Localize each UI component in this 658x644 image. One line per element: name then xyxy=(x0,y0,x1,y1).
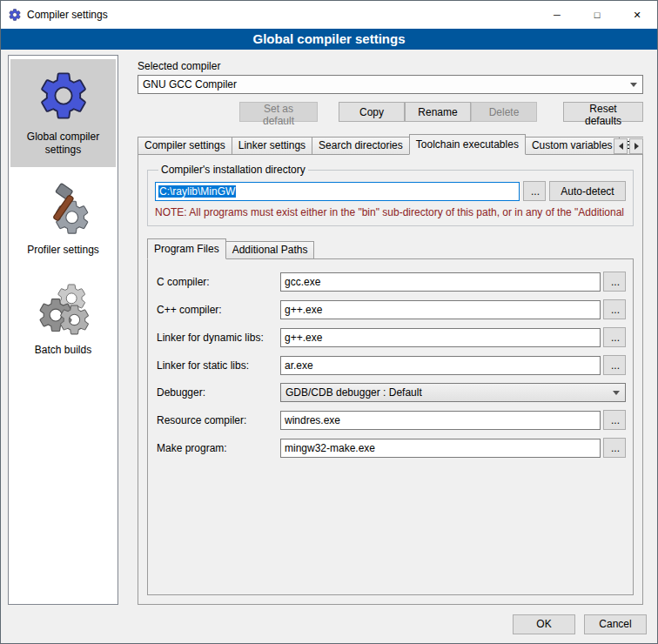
linker-static-browse-button[interactable]: ... xyxy=(603,355,626,375)
field-row-linker-static: Linker for static libs: ... xyxy=(157,355,626,375)
delete-button: Delete xyxy=(471,102,537,122)
batch-gears-icon xyxy=(36,281,91,337)
window-controls: ─ □ ✕ xyxy=(537,1,657,29)
dialog-header-title: Global compiler settings xyxy=(1,29,657,50)
sidebar-item-label: Batch builds xyxy=(35,344,91,357)
dialog-footer: OK Cancel xyxy=(1,605,657,643)
sidebar-item-profiler-settings[interactable]: Profiler settings xyxy=(10,172,116,267)
resource-compiler-browse-button[interactable]: ... xyxy=(603,410,626,430)
field-label: Debugger: xyxy=(157,386,280,399)
cancel-button[interactable]: Cancel xyxy=(584,614,647,634)
auto-detect-button[interactable]: Auto-detect xyxy=(549,181,626,201)
field-row-debugger: Debugger: GDB/CDB debugger : Default xyxy=(157,383,626,402)
program-files-page: C compiler: ... C++ compiler: ... xyxy=(147,258,634,595)
field-row-c-compiler: C compiler: ... xyxy=(157,272,626,292)
field-label: Linker for dynamic libs: xyxy=(157,332,280,344)
selected-compiler-dropdown[interactable]: GNU GCC Compiler xyxy=(138,75,643,94)
linker-static-input[interactable] xyxy=(280,356,601,375)
field-label: C++ compiler: xyxy=(157,304,280,316)
main-panel: Selected compiler GNU GCC Compiler Set a… xyxy=(127,55,650,605)
field-row-cpp-compiler: C++ compiler: ... xyxy=(157,299,626,319)
installation-directory-row: C:\raylib\MinGW ... Auto-detect xyxy=(155,181,626,201)
field-row-resource-compiler: Resource compiler: ... xyxy=(157,410,626,430)
minimize-button[interactable]: ─ xyxy=(537,1,577,29)
program-files-tabstrip: Program Files Additional Paths xyxy=(147,238,634,259)
settings-tabstrip: Compiler settings Linker settings Search… xyxy=(138,134,643,155)
chevron-down-icon xyxy=(629,83,638,87)
debugger-dropdown[interactable]: GDB/CDB debugger : Default xyxy=(280,383,626,402)
blue-gear-icon xyxy=(36,68,91,124)
installation-directory-group: Compiler's installation directory C:\ray… xyxy=(147,164,634,226)
linker-dynamic-input[interactable] xyxy=(280,328,601,347)
installation-note: NOTE: All programs must exist either in … xyxy=(155,206,626,218)
c-compiler-input[interactable] xyxy=(280,272,601,292)
cpp-compiler-browse-button[interactable]: ... xyxy=(603,299,626,319)
chevron-down-icon xyxy=(612,391,621,395)
compiler-buttons-row: Set as default Copy Rename Delete Reset … xyxy=(138,102,643,122)
tab-search-directories[interactable]: Search directories xyxy=(312,137,410,155)
reset-defaults-button[interactable]: Reset defaults xyxy=(563,102,643,122)
tab-toolchain-executables[interactable]: Toolchain executables xyxy=(409,134,526,155)
maximize-button[interactable]: □ xyxy=(577,1,617,29)
cpp-compiler-input[interactable] xyxy=(280,300,601,319)
dialog-body: Global compiler settings Profiler settin… xyxy=(1,50,657,605)
field-row-make-program: Make program: ... xyxy=(157,438,626,458)
tab-program-files[interactable]: Program Files xyxy=(147,238,226,259)
toolchain-executables-page: Compiler's installation directory C:\ray… xyxy=(138,154,643,605)
window-title: Compiler settings xyxy=(27,9,108,21)
compiler-settings-window: Compiler settings ─ □ ✕ Global compiler … xyxy=(0,0,658,644)
sidebar-item-batch-builds[interactable]: Batch builds xyxy=(10,272,116,367)
arrow-right-icon[interactable] xyxy=(629,138,643,154)
c-compiler-browse-button[interactable]: ... xyxy=(603,272,626,292)
selected-compiler-label: Selected compiler xyxy=(138,60,643,72)
tab-custom-variables[interactable]: Custom variables xyxy=(525,137,620,155)
field-label: Make program: xyxy=(157,442,280,454)
sidebar: Global compiler settings Profiler settin… xyxy=(8,55,118,605)
field-label: C compiler: xyxy=(157,276,280,288)
installation-directory-input[interactable]: C:\raylib\MinGW xyxy=(155,182,520,201)
sidebar-item-global-compiler-settings[interactable]: Global compiler settings xyxy=(10,59,116,167)
profiler-tool-icon xyxy=(36,181,91,237)
sidebar-item-label: Profiler settings xyxy=(27,244,99,257)
field-row-linker-dynamic: Linker for dynamic libs: ... xyxy=(157,327,626,347)
field-label: Linker for static libs: xyxy=(157,359,280,372)
tab-additional-paths[interactable]: Additional Paths xyxy=(225,241,315,259)
copy-button[interactable]: Copy xyxy=(339,102,405,122)
gear-icon xyxy=(8,8,22,22)
rename-button[interactable]: Rename xyxy=(405,102,471,122)
linker-dynamic-browse-button[interactable]: ... xyxy=(603,327,626,347)
installation-directory-group-title: Compiler's installation directory xyxy=(158,164,308,176)
debugger-value: GDB/CDB debugger : Default xyxy=(285,386,612,399)
arrow-left-icon[interactable] xyxy=(614,138,628,154)
titlebar: Compiler settings ─ □ ✕ xyxy=(1,1,657,29)
tab-linker-settings[interactable]: Linker settings xyxy=(232,137,312,155)
installation-directory-value: C:\raylib\MinGW xyxy=(158,185,236,198)
resource-compiler-input[interactable] xyxy=(280,411,601,430)
close-button[interactable]: ✕ xyxy=(617,1,657,29)
field-label: Resource compiler: xyxy=(157,414,280,426)
make-program-browse-button[interactable]: ... xyxy=(603,438,626,458)
tab-compiler-settings[interactable]: Compiler settings xyxy=(138,137,232,155)
selected-compiler-value: GNU GCC Compiler xyxy=(143,78,629,91)
sidebar-item-label: Global compiler settings xyxy=(12,131,114,157)
ok-button[interactable]: OK xyxy=(513,614,575,634)
tab-scroll-buttons xyxy=(614,138,643,154)
set-as-default-button: Set as default xyxy=(239,102,318,122)
installation-directory-browse-button[interactable]: ... xyxy=(523,181,546,201)
make-program-input[interactable] xyxy=(280,439,601,458)
